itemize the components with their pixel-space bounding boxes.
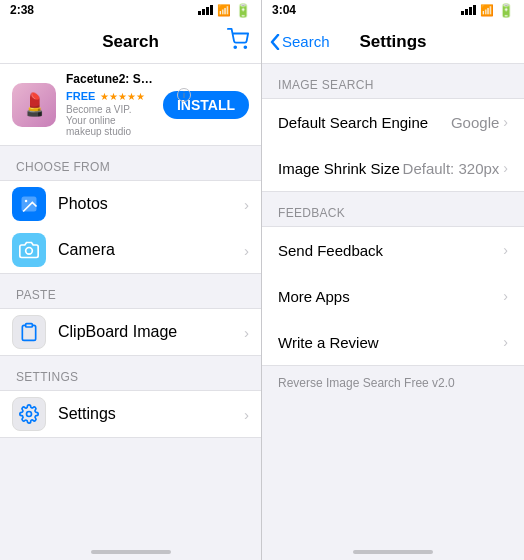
settings-group-left: Settings › xyxy=(0,390,261,438)
feedback-row-more-apps[interactable]: More Apps › xyxy=(262,273,524,319)
status-icons-right: 📶 🔋 xyxy=(461,3,514,18)
cart-icon[interactable] xyxy=(227,28,249,56)
list-item-photos[interactable]: Photos › xyxy=(0,181,261,227)
shrink-size-value: Default: 320px › xyxy=(403,160,508,177)
settings-icon-wrap xyxy=(12,397,46,431)
nav-bar-left: Search xyxy=(0,20,261,64)
status-bar-left: 2:38 📶 🔋 xyxy=(0,0,261,20)
search-engine-label: Default Search Engine xyxy=(278,114,428,131)
gear-icon xyxy=(19,404,39,424)
camera-icon-wrap xyxy=(12,233,46,267)
svg-point-6 xyxy=(27,412,32,417)
image-search-group: Default Search Engine Google › Image Shr… xyxy=(262,98,524,192)
photos-label: Photos xyxy=(58,195,244,213)
back-button[interactable]: Search xyxy=(270,33,330,50)
more-apps-label: More Apps xyxy=(278,288,350,305)
ad-info-icon[interactable]: i xyxy=(177,88,191,102)
camera-chevron: › xyxy=(244,242,249,259)
time-left: 2:38 xyxy=(10,3,34,17)
search-engine-chevron: › xyxy=(503,114,508,130)
search-engine-value: Google › xyxy=(451,114,508,131)
svg-point-0 xyxy=(234,46,236,48)
section-label-choose: CHOOSE FROM xyxy=(0,146,261,180)
image-search-section-label: IMAGE SEARCH xyxy=(262,64,524,98)
status-bar-right: 3:04 📶 🔋 xyxy=(262,0,524,20)
right-panel: 3:04 📶 🔋 Search Settings IMAGE SEARCH De… xyxy=(262,0,524,560)
feedback-row-send[interactable]: Send Feedback › xyxy=(262,227,524,273)
settings-label: Settings xyxy=(58,405,244,423)
more-apps-chevron: › xyxy=(503,288,508,304)
photos-icon xyxy=(19,194,39,214)
shrink-size-value-text: Default: 320px xyxy=(403,160,500,177)
battery-icon: 🔋 xyxy=(235,3,251,18)
camera-label: Camera xyxy=(58,241,244,259)
ad-app-name: Facetune2: Selfie Editor & Cam xyxy=(66,72,153,86)
write-review-chevron: › xyxy=(503,334,508,350)
clipboard-label: ClipBoard Image xyxy=(58,323,244,341)
nav-bar-right: Search Settings xyxy=(262,20,524,64)
shrink-size-label: Image Shrink Size xyxy=(278,160,400,177)
ad-free-stars: FREE ★★★★★ xyxy=(66,86,153,104)
feedback-row-review[interactable]: Write a Review › xyxy=(262,319,524,365)
battery-icon-right: 🔋 xyxy=(498,3,514,18)
home-indicator-right xyxy=(353,550,433,554)
nav-title-right: Settings xyxy=(359,32,426,52)
clipboard-chevron: › xyxy=(244,324,249,341)
nav-title-left: Search xyxy=(102,32,159,52)
feedback-section-label: FEEDBACK xyxy=(262,192,524,226)
send-feedback-label: Send Feedback xyxy=(278,242,383,259)
ad-app-icon: 💄 xyxy=(12,83,56,127)
ad-stars: ★★★★★ xyxy=(100,91,145,102)
back-label: Search xyxy=(282,33,330,50)
photos-icon-wrap xyxy=(12,187,46,221)
list-item-clipboard[interactable]: ClipBoard Image › xyxy=(0,309,261,355)
section-label-settings: SETTINGS xyxy=(0,356,261,390)
left-panel: 2:38 📶 🔋 Search 💄 Facetune2: Selfie Edit… xyxy=(0,0,262,560)
signal-icon xyxy=(198,5,213,15)
photos-chevron: › xyxy=(244,196,249,213)
section-label-paste: PASTE xyxy=(0,274,261,308)
ad-free-label: FREE xyxy=(66,90,95,102)
time-right: 3:04 xyxy=(272,3,296,17)
svg-point-3 xyxy=(25,200,27,203)
ad-subtitle: Become a VIP. Your online makeup studio xyxy=(66,104,153,137)
feedback-group: Send Feedback › More Apps › Write a Revi… xyxy=(262,226,524,366)
signal-icon-right xyxy=(461,5,476,15)
camera-icon xyxy=(19,240,39,260)
svg-point-4 xyxy=(26,248,33,255)
settings-chevron: › xyxy=(244,406,249,423)
home-indicator-left xyxy=(91,550,171,554)
svg-rect-5 xyxy=(26,324,33,327)
clipboard-icon xyxy=(19,322,39,342)
settings-row-search-engine[interactable]: Default Search Engine Google › xyxy=(262,99,524,145)
settings-row-shrink-size[interactable]: Image Shrink Size Default: 320px › xyxy=(262,145,524,191)
clipboard-icon-wrap xyxy=(12,315,46,349)
send-feedback-chevron: › xyxy=(503,242,508,258)
list-item-camera[interactable]: Camera › xyxy=(0,227,261,273)
back-chevron-icon xyxy=(270,34,280,50)
wifi-icon: 📶 xyxy=(217,4,231,17)
wifi-icon-right: 📶 xyxy=(480,4,494,17)
version-text: Reverse Image Search Free v2.0 xyxy=(262,366,524,400)
install-button[interactable]: INSTALL xyxy=(163,91,249,119)
ad-banner: 💄 Facetune2: Selfie Editor & Cam FREE ★★… xyxy=(0,64,261,146)
choose-from-group: Photos › Camera › xyxy=(0,180,261,274)
search-engine-value-text: Google xyxy=(451,114,499,131)
ad-text-block: Facetune2: Selfie Editor & Cam FREE ★★★★… xyxy=(66,72,153,137)
shrink-size-chevron: › xyxy=(503,160,508,176)
paste-group: ClipBoard Image › xyxy=(0,308,261,356)
write-review-label: Write a Review xyxy=(278,334,379,351)
svg-point-1 xyxy=(244,46,246,48)
status-icons-left: 📶 🔋 xyxy=(198,3,251,18)
list-item-settings[interactable]: Settings › xyxy=(0,391,261,437)
